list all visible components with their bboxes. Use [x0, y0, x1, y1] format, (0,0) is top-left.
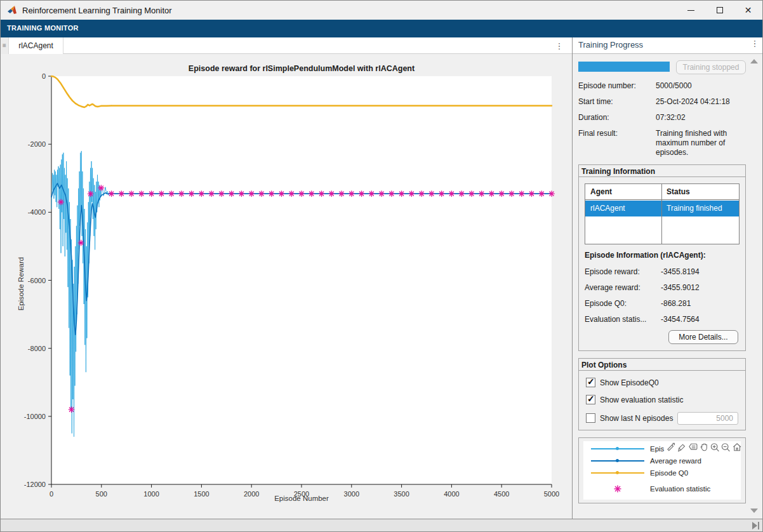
- average-reward-label: Average reward:: [585, 283, 640, 292]
- training-stopped-label: Training stopped: [683, 63, 740, 72]
- training-progress-bar: [578, 62, 670, 72]
- episode-number-label: Episode number:: [578, 81, 636, 90]
- legend-label: Epis: [650, 445, 664, 453]
- minimize-icon: [687, 10, 694, 11]
- table-column-divider: [661, 184, 662, 244]
- legend-entry-episode-reward[interactable]: Epis: [591, 445, 664, 453]
- restore-view-icon[interactable]: [732, 442, 742, 453]
- minimize-button[interactable]: [677, 1, 705, 20]
- horizontal-scrollbar[interactable]: [1, 519, 763, 532]
- legend-label: Episode Q0: [650, 469, 688, 477]
- panel-scroll-down-icon[interactable]: [750, 509, 758, 513]
- show-evaluation-statistic-checkbox[interactable]: ✓ Show evaluation statistic: [586, 395, 683, 404]
- maximize-button[interactable]: [705, 1, 734, 20]
- kebab-menu-icon: ⋮: [555, 41, 564, 51]
- table-row[interactable]: rlACAgent Training finished: [585, 201, 739, 216]
- episode-reward-label: Episode reward:: [585, 267, 640, 276]
- training-stopped-button: Training stopped: [676, 60, 746, 74]
- last-n-episodes-input[interactable]: [677, 412, 738, 425]
- show-evaluation-statistic-label: Show evaluation statistic: [600, 396, 683, 404]
- tab-list-icon: ≡: [3, 43, 6, 49]
- legend-label: Evaluation statistic: [650, 485, 710, 493]
- svg-text:-2000: -2000: [28, 140, 46, 148]
- axes-toolbar: [666, 441, 742, 453]
- final-result-label: Final result:: [578, 129, 618, 138]
- svg-text:-4000: -4000: [28, 208, 46, 216]
- check-icon: ✓: [587, 376, 595, 387]
- agent-status-table[interactable]: Agent Status rlACAgent Training finished: [585, 183, 740, 244]
- zoom-in-icon[interactable]: [710, 442, 720, 453]
- document-tab-bar: [1, 37, 572, 54]
- evaluation-statistic-label: Evaluation statis...: [585, 315, 646, 324]
- checkbox-checked-icon: ✓: [586, 378, 595, 387]
- episode-q0-label: Episode Q0:: [585, 299, 627, 308]
- evaluation-statistic-value: -3454.7564: [661, 315, 700, 324]
- table-header-row: Agent Status: [585, 184, 739, 200]
- column-header-agent: Agent: [590, 187, 612, 196]
- legend-entry-episode-q0[interactable]: Episode Q0: [591, 469, 688, 477]
- maximize-icon: [717, 7, 723, 13]
- legend-line-sample: [591, 472, 644, 474]
- show-last-n-episodes-checkbox[interactable]: Show last N episodes: [586, 413, 673, 423]
- legend-entry-average-reward[interactable]: Average reward: [591, 457, 701, 465]
- show-last-n-episodes-label: Show last N episodes: [600, 414, 673, 423]
- episode-number-value: 5000/5000: [656, 81, 746, 91]
- svg-text:-6000: -6000: [28, 277, 46, 284]
- panel-title: Training Progress: [578, 40, 643, 50]
- close-button[interactable]: ✕: [734, 1, 762, 20]
- episode-information-header: Episode Information (rlACAgent):: [585, 251, 706, 260]
- agent-cell: rlACAgent: [590, 204, 625, 213]
- column-header-status: Status: [667, 187, 690, 196]
- reward-chart[interactable]: 0-2000-4000-6000-8000-10000-120000500100…: [1, 54, 572, 519]
- episode-reward-value: -3455.8194: [661, 267, 700, 276]
- x-axis-label: Episode Number: [51, 495, 552, 502]
- legend-line-sample: [591, 448, 644, 449]
- svg-text:-10000: -10000: [24, 413, 46, 420]
- asterisk-marker-icon: [591, 484, 644, 493]
- training-information-header: Training Information: [579, 165, 745, 177]
- title-bar: Reinforcement Learning Training Monitor …: [1, 1, 763, 20]
- zoom-out-icon[interactable]: [720, 442, 731, 453]
- start-time-value: 25-Oct-2024 04:21:18: [656, 97, 746, 107]
- legend-line-sample: [591, 460, 644, 462]
- document-tab-label: rlACAgent: [18, 41, 53, 50]
- average-reward-value: -3455.9012: [661, 283, 700, 292]
- svg-text:-8000: -8000: [28, 345, 46, 352]
- plot-options-header: Plot Options: [579, 359, 745, 371]
- tab-list-button[interactable]: ≡: [1, 37, 9, 54]
- svg-text:0: 0: [42, 72, 46, 80]
- datatips-icon[interactable]: [688, 442, 698, 453]
- more-details-button[interactable]: More Details...: [668, 330, 738, 344]
- kebab-menu-icon: ⋮: [751, 39, 759, 48]
- scroll-right-end-icon[interactable]: [752, 522, 759, 529]
- export-icon[interactable]: [666, 442, 676, 453]
- y-axis-label: Episode Reward: [17, 246, 25, 322]
- legend-label: Average reward: [650, 457, 701, 465]
- start-time-label: Start time:: [578, 97, 613, 106]
- panel-menu-button[interactable]: ⋮: [748, 39, 761, 53]
- close-icon: ✕: [745, 6, 752, 15]
- matlab-logo-icon: [8, 5, 18, 15]
- more-details-label: More Details...: [679, 333, 727, 342]
- check-icon: ✓: [587, 394, 595, 404]
- final-result-value: Training finished with maximum number of…: [656, 129, 746, 157]
- brush-icon[interactable]: [677, 442, 687, 453]
- legend-entry-evaluation-statistic[interactable]: Evaluation statistic: [591, 484, 710, 493]
- pan-icon[interactable]: [699, 442, 709, 453]
- window-title: Reinforcement Learning Training Monitor: [22, 6, 172, 15]
- panel-scroll-up-icon[interactable]: [750, 59, 758, 63]
- show-episodeq0-checkbox[interactable]: ✓ Show EpisodeQ0: [586, 378, 659, 387]
- duration-value: 07:32:02: [656, 113, 746, 123]
- toolstrip-tab-training-monitor[interactable]: TRAINING MONITOR: [7, 24, 79, 32]
- checkbox-unchecked-icon: [586, 413, 595, 423]
- panel-divider[interactable]: [572, 37, 573, 519]
- checkbox-checked-icon: ✓: [586, 395, 595, 404]
- status-cell: Training finished: [667, 204, 722, 213]
- toolstrip: TRAINING MONITOR: [1, 20, 763, 37]
- svg-text:-12000: -12000: [24, 481, 46, 488]
- show-episodeq0-label: Show EpisodeQ0: [600, 378, 659, 387]
- document-tab-rlacagent[interactable]: rlACAgent: [9, 37, 63, 54]
- duration-label: Duration:: [578, 113, 609, 122]
- episode-q0-value: -868.281: [661, 299, 691, 308]
- tab-overflow-menu-button[interactable]: ⋮: [552, 37, 567, 54]
